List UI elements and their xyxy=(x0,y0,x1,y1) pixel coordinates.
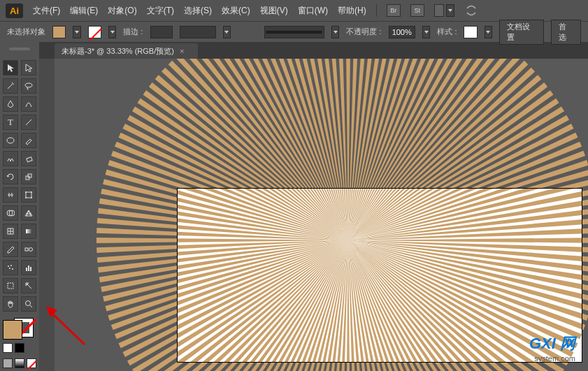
stroke-profile-field[interactable] xyxy=(180,26,216,38)
stroke-weight-field[interactable] xyxy=(150,26,173,38)
menu-file[interactable]: 文件(F) xyxy=(33,5,60,17)
stroke-label: 描边 : xyxy=(123,27,143,37)
panel-grip-icon[interactable] xyxy=(9,48,30,50)
magic-wand-tool[interactable] xyxy=(3,78,18,94)
tab-close-icon[interactable]: × xyxy=(180,47,184,55)
fill-stroke-indicator[interactable] xyxy=(3,320,34,337)
menu-bar: Ai 文件(F) 编辑(E) 对象(O) 文字(T) 选择(S) 效果(C) 视… xyxy=(0,0,588,21)
menu-view[interactable]: 视图(V) xyxy=(260,5,288,17)
tab-bar: 未标题-3* @ 33.33% (RGB/预览) × xyxy=(0,42,588,59)
svg-rect-17 xyxy=(25,248,28,251)
shape-builder-tool[interactable] xyxy=(3,205,18,221)
selection-tool[interactable] xyxy=(3,60,18,75)
menu-help[interactable]: 帮助(H) xyxy=(338,5,366,17)
svg-rect-26 xyxy=(8,283,13,289)
svg-point-8 xyxy=(31,191,32,193)
svg-point-9 xyxy=(25,197,27,198)
stock-icon[interactable]: St xyxy=(410,4,424,17)
artboard-tool[interactable] xyxy=(3,278,18,293)
line-tool[interactable] xyxy=(21,115,36,130)
style-label: 样式 : xyxy=(437,27,457,37)
svg-line-28 xyxy=(30,305,32,307)
free-transform-tool[interactable] xyxy=(21,187,36,203)
doc-setup-button[interactable]: 文档设置 xyxy=(499,20,544,45)
gradient-tool[interactable] xyxy=(21,224,36,239)
opacity-dropdown[interactable] xyxy=(422,26,431,38)
eraser-tool[interactable] xyxy=(21,151,36,166)
svg-point-22 xyxy=(12,268,13,270)
brush-preview[interactable] xyxy=(264,26,324,38)
svg-rect-6 xyxy=(26,192,31,198)
svg-point-20 xyxy=(10,265,12,266)
shaper-tool[interactable] xyxy=(3,151,18,166)
curvature-tool[interactable] xyxy=(21,96,36,112)
svg-point-19 xyxy=(8,265,9,267)
svg-rect-16 xyxy=(26,229,31,233)
rotate-tool[interactable] xyxy=(3,169,18,184)
none-mode-icon[interactable] xyxy=(27,358,36,368)
menu-object[interactable]: 对象(O) xyxy=(108,5,136,17)
default-colors-icon[interactable] xyxy=(3,343,13,353)
app-logo: Ai xyxy=(6,3,23,18)
prefs-button[interactable]: 首选 xyxy=(551,20,581,45)
svg-point-27 xyxy=(26,301,31,306)
fill-dropdown[interactable] xyxy=(73,26,81,38)
svg-point-21 xyxy=(9,268,10,269)
blend-tool[interactable] xyxy=(21,242,36,257)
stroke-swatch[interactable] xyxy=(88,26,101,38)
stroke-profile-dropdown[interactable] xyxy=(223,26,231,38)
pen-tool[interactable] xyxy=(3,96,18,112)
selection-status: 未选择对象 xyxy=(7,27,45,37)
separator xyxy=(376,4,377,17)
type-tool[interactable]: T xyxy=(3,115,18,130)
opacity-label: 不透明度 : xyxy=(346,27,381,37)
scale-tool[interactable] xyxy=(21,169,36,184)
slice-tool[interactable] xyxy=(21,278,36,293)
color-mode-icon[interactable] xyxy=(3,358,13,368)
ellipse-tool[interactable] xyxy=(3,133,18,148)
mesh-tool[interactable] xyxy=(3,224,18,239)
brush-dropdown[interactable] xyxy=(331,26,340,38)
menu-window[interactable]: 窗口(W) xyxy=(298,5,328,17)
opacity-field[interactable]: 100% xyxy=(389,26,415,38)
menu-edit[interactable]: 编辑(E) xyxy=(70,5,98,17)
canvas[interactable] xyxy=(55,59,588,371)
style-dropdown[interactable] xyxy=(485,26,493,38)
width-tool[interactable] xyxy=(3,187,18,203)
perspective-grid-tool[interactable] xyxy=(21,205,36,221)
arrange-toggle[interactable] xyxy=(434,4,454,17)
hand-tool[interactable] xyxy=(3,296,18,312)
style-swatch[interactable] xyxy=(464,26,477,38)
bridge-icon[interactable]: Br xyxy=(387,4,401,17)
paintbrush-tool[interactable] xyxy=(21,133,36,148)
swap-colors-icon[interactable] xyxy=(15,343,24,353)
eyedropper-tool[interactable] xyxy=(3,242,18,257)
svg-point-2 xyxy=(7,138,14,143)
gradient-mode-icon[interactable] xyxy=(15,358,24,368)
svg-line-1 xyxy=(26,119,31,125)
menu-effect[interactable]: 效果(C) xyxy=(222,5,250,17)
stroke-dropdown[interactable] xyxy=(108,26,117,38)
direct-selection-tool[interactable] xyxy=(21,60,36,75)
svg-point-10 xyxy=(31,197,32,198)
menu-select[interactable]: 选择(S) xyxy=(184,5,212,17)
tool-panel: T xyxy=(0,42,39,371)
document-tab[interactable]: 未标题-3* @ 33.33% (RGB/预览) × xyxy=(55,43,198,59)
svg-point-0 xyxy=(25,83,32,87)
options-bar: 未选择对象 描边 : 不透明度 : 100% 样式 : 文档设置 首选 xyxy=(0,21,588,42)
column-graph-tool[interactable] xyxy=(21,260,36,275)
symbol-sprayer-tool[interactable] xyxy=(3,260,18,275)
svg-point-7 xyxy=(25,191,27,193)
svg-point-18 xyxy=(29,248,33,252)
fill-swatch[interactable] xyxy=(52,26,66,38)
menu-type[interactable]: 文字(T) xyxy=(147,5,174,17)
svg-rect-3 xyxy=(27,157,32,162)
tab-title: 未标题-3* @ 33.33% (RGB/预览) xyxy=(62,46,174,57)
svg-rect-25 xyxy=(30,267,31,271)
zoom-tool[interactable] xyxy=(21,296,36,312)
fill-color-icon[interactable] xyxy=(3,320,22,340)
lasso-tool[interactable] xyxy=(21,78,36,94)
svg-rect-24 xyxy=(28,265,29,271)
sync-icon[interactable] xyxy=(464,4,478,17)
artwork-radial-fan xyxy=(89,59,588,371)
